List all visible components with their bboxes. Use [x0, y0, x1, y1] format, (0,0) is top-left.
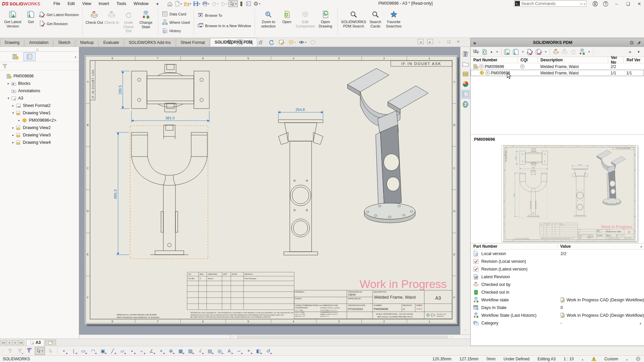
selection-tools-icon[interactable] [472, 48, 480, 56]
scroll-left-icon[interactable]: ‹ [233, 335, 234, 338]
tree-item-annotations[interactable]: A Annotations [1, 87, 79, 95]
display-style-icon[interactable]: ▾ [288, 39, 296, 46]
save-button[interactable]: ▾ [192, 0, 201, 7]
search-dropdown-icon[interactable] [584, 1, 586, 6]
expand-icon[interactable] [11, 104, 15, 107]
point-tool-icon[interactable]: • [59, 347, 69, 355]
forum-refresh-icon[interactable] [461, 100, 470, 109]
menu-view[interactable]: View [78, 1, 95, 7]
zoom-to-selection-button[interactable]: Zoom to selection [258, 9, 279, 35]
select-cursor-button[interactable]: ▾ [35, 347, 45, 355]
menu-edit[interactable]: Edit [64, 1, 78, 7]
data-card-button[interactable]: Data Card [161, 11, 191, 17]
tree-item-drawing-view1[interactable]: Drawing View1 [1, 109, 79, 117]
prop-revision-latest[interactable]: Revision (Latest version) [471, 265, 644, 273]
search-commands-box[interactable] [514, 0, 586, 7]
circle-tool-icon[interactable]: ◎ [215, 347, 224, 355]
strip-scroll-up-icon[interactable]: ⌃ [464, 329, 467, 333]
get-latest-revision-icon[interactable] [526, 48, 534, 56]
sketch-line-tool-icon[interactable]: ╱ [108, 347, 117, 355]
pdm-vault-icon[interactable] [461, 70, 470, 78]
search-input[interactable] [521, 1, 580, 6]
panel-expand-icon[interactable] [473, 40, 476, 46]
pdm-row-assembly[interactable]: PM009696 Welded Frame, Waist 2/2 [471, 63, 644, 70]
expand-tree-icon[interactable] [489, 48, 494, 56]
redo-button[interactable]: ▾ [219, 0, 228, 7]
interference-status-icon[interactable] [238, 0, 245, 7]
graphics-area[interactable] [79, 47, 460, 335]
get-revision-button[interactable]: Get Revision [38, 20, 80, 27]
solidworks-pdm-search-button[interactable]: SOLIDWORKS PDM Search [340, 9, 367, 35]
panel-splitter-handle[interactable] [0, 47, 79, 52]
window-restore-icon[interactable] [446, 39, 452, 44]
spline-tool-icon[interactable]: ∼ [234, 347, 244, 355]
zoom-to-fit-icon[interactable] [226, 39, 234, 46]
corner-trim-tool-icon[interactable]: ⌐ [137, 347, 147, 355]
refresh-file-icon[interactable] [481, 48, 489, 56]
home-button[interactable] [166, 0, 174, 7]
open-file-button[interactable]: Open [279, 9, 294, 35]
tab-markup[interactable]: Markup [75, 38, 98, 47]
check-out-icon[interactable] [552, 48, 560, 56]
file-explorer-icon[interactable] [461, 60, 470, 68]
section-tool-icon[interactable]: ◧ [254, 347, 263, 355]
status-tags-icon[interactable] [636, 356, 641, 361]
history-button[interactable]: History [161, 27, 191, 34]
corner-rectangle-tool-icon[interactable]: ▭ [78, 347, 88, 355]
window-minimize-icon[interactable] [436, 39, 442, 44]
expand-icon[interactable] [11, 141, 15, 144]
view-settings-icon[interactable] [309, 39, 317, 46]
open-button[interactable]: ▾ [183, 0, 192, 7]
appearances-icon[interactable] [461, 80, 470, 88]
expand-icon[interactable] [11, 133, 15, 137]
tab-sheet-format[interactable]: Sheet Format [176, 38, 210, 47]
scroll-right-icon[interactable]: › [451, 335, 452, 338]
filter-faces-icon[interactable] [24, 347, 34, 355]
next-sheet-icon[interactable]: ▸ [12, 340, 18, 345]
prop-days-in-state[interactable]: Days In State0 [471, 304, 644, 311]
prop-latest-revision[interactable]: Latest Revision [471, 273, 644, 281]
change-state-button[interactable]: Change State [137, 9, 155, 35]
search-cards-button[interactable]: Search Cards [367, 9, 384, 35]
pdm-settings-gear-icon[interactable] [629, 40, 634, 45]
table-tool-icon[interactable]: ▤ [205, 347, 215, 355]
parallelogram-tool-icon[interactable]: ▱ [117, 347, 127, 355]
tree-item-sheet-format2[interactable]: Sheet Format2 [1, 102, 79, 109]
tab-drawing[interactable]: Drawing [0, 38, 24, 47]
get-latest-revision-button[interactable]: Get Latest Revision [38, 11, 80, 18]
get-version-icon[interactable] [512, 48, 520, 56]
center-mark-tool-icon[interactable]: ⌖ [244, 347, 254, 355]
change-state-dropdown-icon[interactable] [587, 48, 591, 56]
tree-item-drawing-view2[interactable]: Drawing View2 [1, 124, 79, 131]
sheet-properties-icon[interactable] [278, 39, 286, 46]
tree-options-dropdown-icon[interactable] [495, 48, 499, 56]
previous-view-icon[interactable] [257, 39, 265, 46]
properties-list-button[interactable] [245, 0, 252, 7]
last-sheet-icon[interactable]: ▸▸ [18, 340, 24, 345]
get-button[interactable]: Get [23, 9, 38, 35]
change-state-icon[interactable] [578, 48, 586, 56]
units-dropdown-icon[interactable] [626, 357, 628, 361]
tree-item-drawing-view3[interactable]: Drawing View3 [1, 131, 79, 139]
pdm-row-part[interactable]: PM009696 Welded Frame, Waist 1/1 1/1 [471, 70, 644, 76]
pdm-table-header[interactable]: Part Number CQI Description Ver No Ref V… [471, 57, 644, 63]
get-latest-version-button[interactable]: Get Latest Version [2, 9, 23, 35]
dock-right-icon[interactable] [427, 39, 433, 44]
zoom-in-out-icon[interactable] [247, 39, 255, 46]
tab-solidworks-add-ins[interactable]: SOLIDWORKS Add-Ins [124, 38, 175, 47]
menu-tools[interactable]: Tools [113, 1, 130, 7]
window-close-icon[interactable] [455, 39, 461, 44]
collapse-icon[interactable] [6, 97, 11, 100]
prop-checked-out-in[interactable]: Checked out in [471, 288, 644, 296]
add-sheet-tab[interactable] [45, 340, 56, 346]
design-library-icon[interactable] [461, 50, 470, 58]
new-document-button[interactable]: ▾ [174, 0, 183, 7]
toolbar-drag-handle[interactable] [1, 349, 4, 353]
get-revision-icon[interactable] [535, 48, 543, 56]
first-sheet-icon[interactable]: ◂◂ [0, 340, 6, 345]
centerline-tool-icon[interactable]: ∣ [69, 347, 78, 355]
tab-evaluate[interactable]: Evaluate [99, 38, 124, 47]
restore-button[interactable] [625, 1, 631, 6]
browse-to-new-window-button[interactable]: Browse to in a New Window [197, 22, 252, 29]
prop-local-version[interactable]: Local version2/2 [471, 250, 644, 257]
